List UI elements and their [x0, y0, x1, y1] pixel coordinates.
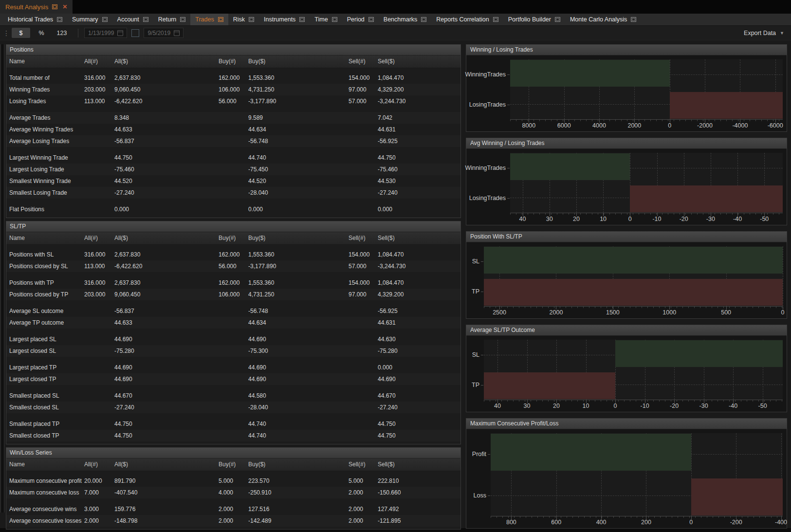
popout-window-icon[interactable]: [368, 17, 374, 22]
tab-reports-correlation[interactable]: Reports Correlation: [431, 14, 503, 25]
table-row[interactable]: Largest Losing Trade-75.460-75.450-75.46…: [6, 164, 460, 175]
table-row[interactable]: Smallest closed SL-27.240-28.040-27.240: [6, 402, 460, 413]
table-row[interactable]: Average consecutive wins3.000159.7762.00…: [6, 503, 460, 515]
column-header[interactable]: Buy(#): [219, 459, 248, 471]
column-header[interactable]: Name: [9, 55, 84, 68]
column-header[interactable]: All($): [114, 232, 219, 244]
tab-return[interactable]: Return: [153, 14, 191, 25]
column-header[interactable]: Sell($): [378, 459, 458, 471]
table-row[interactable]: Winning Trades203.0009,060.450106.0004,7…: [6, 84, 460, 95]
table-row[interactable]: Average Winning Trades44.63344.63444.631: [6, 124, 460, 135]
table-row[interactable]: Largest Winning Trade44.75044.74044.750: [6, 152, 460, 164]
column-header[interactable]: Buy($): [248, 459, 349, 471]
column-header[interactable]: Buy(#): [219, 55, 248, 68]
table-row[interactable]: Largest placed SL44.69044.69044.630: [6, 333, 460, 345]
table-row[interactable]: Total number of316.0002,637.830162.0001,…: [6, 72, 460, 84]
table-row[interactable]: Positions with SL316.0002,637.830162.000…: [6, 249, 460, 260]
tab-monte-carlo-analysis[interactable]: Monte Carlo Analysis: [565, 14, 641, 25]
column-header[interactable]: Buy($): [248, 232, 349, 244]
table-row[interactable]: Average Trades8.3489.5897.042: [6, 112, 460, 124]
points-toggle-button[interactable]: 123: [53, 28, 71, 38]
drag-handle-icon[interactable]: ⋮: [3, 29, 9, 37]
tab-historical-trades[interactable]: Historical Trades: [3, 14, 67, 25]
table-row[interactable]: Largest placed TP44.69044.6900.000: [6, 362, 460, 373]
table-row[interactable]: Smallest placed SL44.67044.58044.670: [6, 390, 460, 402]
table-row[interactable]: Smallest placed TP44.75044.74044.750: [6, 418, 460, 430]
calendar-icon[interactable]: [117, 30, 123, 36]
popout-window-icon[interactable]: [421, 17, 426, 22]
column-header[interactable]: All($): [114, 459, 219, 471]
popout-window-icon[interactable]: [180, 17, 185, 22]
popout-window-icon[interactable]: [299, 17, 305, 22]
table-row[interactable]: Positions closed by SL113.000-6,422.6205…: [6, 260, 460, 272]
currency-toggle-button[interactable]: $: [12, 28, 30, 38]
cell-value: 44.690: [114, 362, 219, 373]
cell-value: [219, 373, 248, 385]
table-row[interactable]: Positions closed by TP203.0009,060.45010…: [6, 289, 460, 300]
table-row[interactable]: Smallest closed TP44.75044.74044.750: [6, 430, 460, 441]
date-range-checkbox[interactable]: [131, 29, 139, 37]
column-header[interactable]: Sell(#): [349, 55, 378, 68]
column-header[interactable]: Name: [9, 232, 84, 244]
popout-window-icon[interactable]: [631, 17, 636, 22]
tab-trades[interactable]: Trades: [190, 14, 228, 25]
percent-toggle-button[interactable]: %: [32, 28, 51, 38]
tab-benchmarks[interactable]: Benchmarks: [379, 14, 431, 25]
column-header[interactable]: All(#): [84, 232, 114, 244]
column-header[interactable]: Sell(#): [349, 232, 378, 244]
table-row[interactable]: Flat Positions0.0000.0000.000: [6, 203, 460, 215]
tab-period[interactable]: Period: [342, 14, 379, 25]
popout-window-icon[interactable]: [57, 17, 62, 22]
vertical-scrollbar[interactable]: [0, 44, 4, 513]
column-header[interactable]: Name: [9, 459, 84, 471]
tab-risk[interactable]: Risk: [228, 14, 259, 25]
cell-value: [349, 345, 378, 357]
popout-window-icon[interactable]: [102, 17, 108, 22]
doc-tab-result-analysis[interactable]: Result Analysis ✕: [0, 0, 73, 14]
popout-window-icon[interactable]: [249, 17, 254, 22]
table-row[interactable]: Average TP outcome44.63344.63444.631: [6, 317, 460, 329]
tab-summary[interactable]: Summary: [67, 14, 112, 25]
table-row[interactable]: Largest closed SL-75.280-75.300-75.280: [6, 345, 460, 357]
tab-time[interactable]: Time: [310, 14, 342, 25]
column-header[interactable]: All(#): [84, 55, 114, 68]
cell-value: 127.516: [248, 503, 349, 515]
axis-tick-label: 2000: [550, 309, 563, 316]
column-header[interactable]: Sell(#): [349, 459, 378, 471]
tab-portfolio-builder[interactable]: Portfolio Builder: [503, 14, 565, 25]
table-row[interactable]: Average consecutive losses2.000-148.7982…: [6, 515, 460, 527]
table-row[interactable]: Smallest Winning Trade44.52044.52044.530: [6, 175, 460, 187]
column-header[interactable]: Sell($): [378, 232, 458, 244]
table-row[interactable]: Maximum consecutive loss7.000-407.5404.0…: [6, 487, 460, 498]
popout-window-icon[interactable]: [143, 17, 148, 22]
popout-window-icon[interactable]: [493, 17, 498, 22]
start-date-input[interactable]: 1/13/1999: [84, 28, 127, 38]
popout-window-icon[interactable]: [52, 4, 57, 9]
table-row[interactable]: Average Losing Trades-56.837-56.748-56.9…: [6, 135, 460, 147]
table-row[interactable]: Losing Trades113.000-6,422.62056.000-3,1…: [6, 95, 460, 107]
column-header[interactable]: All(#): [84, 459, 114, 471]
column-header[interactable]: Buy($): [248, 55, 349, 68]
column-header[interactable]: All($): [114, 55, 219, 68]
popout-window-icon[interactable]: [218, 17, 223, 22]
popout-window-icon[interactable]: [332, 17, 337, 22]
cell-value: -75.280: [378, 345, 458, 357]
export-data-button[interactable]: Export Data ▼: [744, 30, 784, 37]
table-row[interactable]: Smallest Losing Trade-27.240-28.040-27.2…: [6, 187, 460, 199]
close-icon[interactable]: ✕: [62, 3, 67, 10]
end-date-input[interactable]: 9/5/2019: [144, 28, 184, 38]
cell-value: 203.000: [84, 84, 114, 95]
column-header[interactable]: Sell($): [378, 55, 458, 68]
table-row[interactable]: Positions with TP316.0002,637.830162.000…: [6, 277, 460, 289]
cell-name: Losing Trades: [9, 95, 84, 107]
tab-account[interactable]: Account: [112, 14, 153, 25]
popout-window-icon[interactable]: [555, 17, 560, 22]
cell-name: Largest closed TP: [9, 373, 84, 385]
tab-instruments[interactable]: Instruments: [259, 14, 310, 25]
table-row[interactable]: Largest closed TP44.69044.69044.690: [6, 373, 460, 385]
calendar-icon[interactable]: [174, 30, 180, 36]
column-header[interactable]: Buy(#): [219, 232, 248, 244]
axis-tick-label: 0: [781, 309, 785, 316]
table-row[interactable]: Maximum consecutive profit20.000891.7905…: [6, 475, 460, 487]
table-row[interactable]: Average SL outcome-56.837-56.748-56.925: [6, 305, 460, 317]
